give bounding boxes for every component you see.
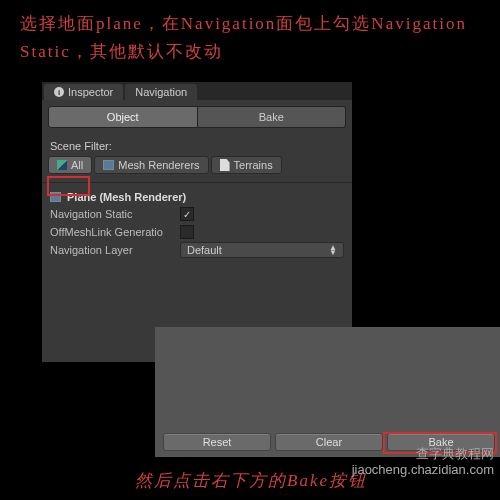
nav-static-label: Navigation Static (50, 208, 180, 220)
mode-buttons: Object Bake (42, 100, 352, 134)
filter-buttons: All Mesh Renderers Terrains (42, 156, 352, 174)
mode-object-button[interactable]: Object (48, 106, 198, 128)
nav-static-checkbox[interactable]: ✓ (180, 207, 194, 221)
filter-all-label: All (71, 159, 83, 171)
object-header-label: Plane (Mesh Renderer) (67, 191, 186, 203)
panel-tabs: i Inspector Navigation (42, 82, 352, 100)
filter-mesh-button[interactable]: Mesh Renderers (94, 156, 208, 174)
tab-inspector[interactable]: i Inspector (44, 84, 123, 100)
tab-navigation-label: Navigation (135, 86, 187, 98)
annotation-top: 选择地面plane，在Navigation面包上勾选Navigation Sta… (20, 10, 500, 66)
navigation-panel: i Inspector Navigation Object Bake Scene… (42, 82, 352, 362)
annotation-bottom: 然后点击右下方的Bake按钮 (135, 469, 367, 492)
object-header: Plane (Mesh Renderer) (42, 189, 352, 205)
nav-static-row: Navigation Static ✓ (42, 205, 352, 223)
scene-filter-label: Scene Filter: (42, 134, 352, 156)
tab-navigation[interactable]: Navigation (125, 84, 197, 100)
bottom-panel: Reset Clear Bake (155, 327, 500, 457)
mesh-renderer-icon (50, 192, 61, 202)
cube-icon (57, 160, 67, 170)
watermark-url: jiaocheng.chazidian.com (352, 462, 494, 478)
navlayer-dropdown[interactable]: Default ▲▼ (180, 242, 344, 258)
dropdown-arrows-icon: ▲▼ (329, 245, 337, 255)
navlayer-row: Navigation Layer Default ▲▼ (42, 241, 352, 259)
filter-all-button[interactable]: All (48, 156, 92, 174)
terrain-icon (220, 159, 230, 171)
mode-bake-button[interactable]: Bake (198, 106, 347, 128)
offmesh-checkbox[interactable] (180, 225, 194, 239)
filter-terrain-button[interactable]: Terrains (211, 156, 282, 174)
filter-terrain-label: Terrains (234, 159, 273, 171)
reset-button[interactable]: Reset (163, 433, 271, 451)
tab-inspector-label: Inspector (68, 86, 113, 98)
watermark: 查字典教程网 jiaocheng.chazidian.com (352, 446, 494, 478)
watermark-site: 查字典教程网 (352, 446, 494, 462)
offmesh-row: OffMeshLink Generatio (42, 223, 352, 241)
navlayer-label: Navigation Layer (50, 244, 180, 256)
navlayer-value: Default (187, 244, 222, 256)
info-icon: i (54, 87, 64, 97)
offmesh-label: OffMeshLink Generatio (50, 226, 180, 238)
divider (42, 182, 352, 183)
mesh-icon (103, 160, 114, 170)
filter-mesh-label: Mesh Renderers (118, 159, 199, 171)
